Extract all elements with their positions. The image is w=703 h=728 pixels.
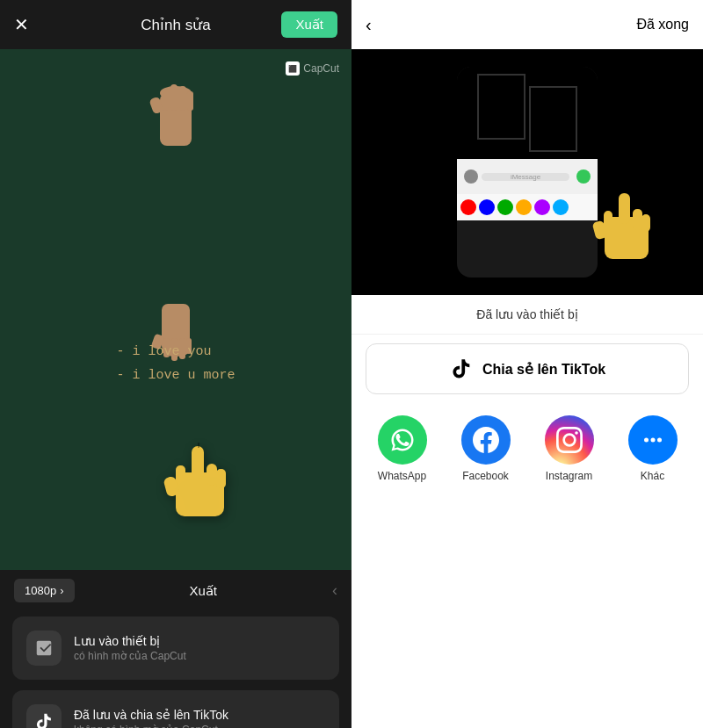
poem-line1: - i love you	[116, 340, 235, 364]
more-label: Khác	[641, 470, 664, 482]
capcut-icon: ⬛	[286, 61, 300, 76]
tiktok-share-option[interactable]: Đã lưu và chia sẻ lên TikTok không có hì…	[12, 690, 339, 728]
svg-point-28	[650, 438, 655, 443]
tiktok-logo-icon	[449, 357, 474, 381]
panel-arrow-icon: ‹	[332, 581, 337, 600]
svg-rect-6	[149, 96, 163, 114]
whatsapp-share-item[interactable]: WhatsApp	[378, 415, 427, 482]
tiktok-sub: không có hình mờ của CapCut	[74, 724, 228, 728]
close-button[interactable]: ✕	[14, 16, 29, 33]
camera-icon	[464, 169, 478, 184]
done-button[interactable]: Đã xong	[636, 17, 689, 32]
save-device-text: Lưu vào thiết bị có hình mờ của CapCut	[74, 634, 186, 662]
tiktok-icon-box	[26, 704, 62, 728]
tiktok-share-text: Đã lưu và chia sẻ lên TikTok không có hì…	[74, 708, 228, 728]
svg-rect-18	[216, 469, 226, 488]
instagram-icon	[545, 415, 594, 465]
more-icon	[628, 415, 678, 465]
phone-message-bar: iMessage	[457, 159, 598, 194]
svg-rect-4	[179, 86, 186, 111]
export-controls-row: 1080p › Xuất ‹	[0, 570, 352, 611]
poem-line2: - i love u more	[116, 364, 235, 387]
app-icon-2	[479, 199, 495, 215]
quality-arrow-icon: ›	[60, 584, 63, 597]
bottom-bar-left: 1080p › Xuất ‹ Lưu vào thiết bị có hình …	[0, 570, 352, 728]
watermark-text: CapCut	[303, 62, 339, 75]
svg-point-27	[644, 438, 649, 443]
video-preview-right: iMessage	[352, 49, 703, 295]
top-bar-right: ‹ Đã xong	[352, 0, 703, 49]
save-device-main: Lưu vào thiết bị	[74, 634, 186, 648]
cursor-hand-left	[158, 437, 246, 552]
send-btn-icon	[576, 169, 591, 184]
left-panel: ✕ Chỉnh sửa Xuất	[0, 0, 352, 728]
back-button[interactable]: ‹	[366, 15, 372, 35]
whatsapp-icon	[378, 415, 427, 465]
save-status-text: Đã lưu vào thiết bị	[476, 307, 577, 321]
svg-rect-17	[176, 465, 185, 487]
poem-overlay: - i love you - i love u more	[116, 340, 235, 387]
instagram-share-item[interactable]: Instagram	[545, 415, 594, 482]
capcut-watermark: ⬛ CapCut	[286, 61, 339, 76]
facebook-label: Facebook	[462, 470, 509, 482]
app-icon-5	[534, 199, 550, 215]
phone-preview: iMessage	[457, 67, 598, 278]
tiktok-share-button[interactable]: Chia sẻ lên TikTok	[366, 343, 689, 394]
svg-rect-25	[641, 214, 650, 232]
svg-point-0	[160, 86, 192, 100]
hand-top-decoration	[132, 76, 220, 193]
whatsapp-label: WhatsApp	[378, 470, 426, 482]
save-status: Đã lưu vào thiết bị	[352, 295, 703, 335]
save-device-option[interactable]: Lưu vào thiết bị có hình mờ của CapCut	[12, 616, 339, 680]
app-icon-6	[553, 199, 569, 215]
tiktok-main: Đã lưu và chia sẻ lên TikTok	[74, 708, 228, 722]
quality-label: 1080p	[25, 584, 56, 597]
export-top-button[interactable]: Xuất	[281, 11, 337, 38]
quality-button[interactable]: 1080p ›	[14, 579, 75, 602]
facebook-share-item[interactable]: Facebook	[461, 415, 511, 482]
svg-rect-22	[619, 193, 630, 224]
social-share-row: WhatsApp Facebook Instagram	[352, 403, 703, 489]
more-share-item[interactable]: Khác	[628, 415, 678, 482]
app-icon-4	[516, 199, 532, 215]
save-device-icon-box	[26, 631, 62, 666]
export-label: Xuất	[189, 583, 217, 599]
phone-apps-row	[457, 194, 598, 220]
cursor-hand-right	[589, 186, 668, 278]
svg-rect-5	[187, 91, 193, 111]
app-icon-3	[497, 199, 513, 215]
imessage-bar: iMessage	[482, 173, 569, 181]
top-bar-left: ✕ Chỉnh sửa Xuất	[0, 0, 352, 49]
save-device-sub: có hình mờ của CapCut	[74, 650, 186, 662]
svg-point-29	[657, 438, 662, 443]
svg-rect-16	[207, 464, 217, 486]
page-title: Chỉnh sửa	[141, 16, 210, 34]
svg-rect-15	[192, 446, 204, 479]
tiktok-share-label: Chia sẻ lên TikTok	[482, 361, 605, 378]
svg-rect-23	[633, 209, 642, 230]
facebook-icon	[461, 415, 511, 465]
instagram-label: Instagram	[546, 470, 592, 482]
phone-screen-top	[457, 67, 598, 159]
right-panel: ‹ Đã xong iMessage	[352, 0, 703, 728]
svg-rect-1	[160, 93, 192, 146]
svg-rect-3	[170, 84, 178, 111]
svg-rect-2	[162, 89, 169, 111]
app-icon-1	[460, 199, 476, 215]
